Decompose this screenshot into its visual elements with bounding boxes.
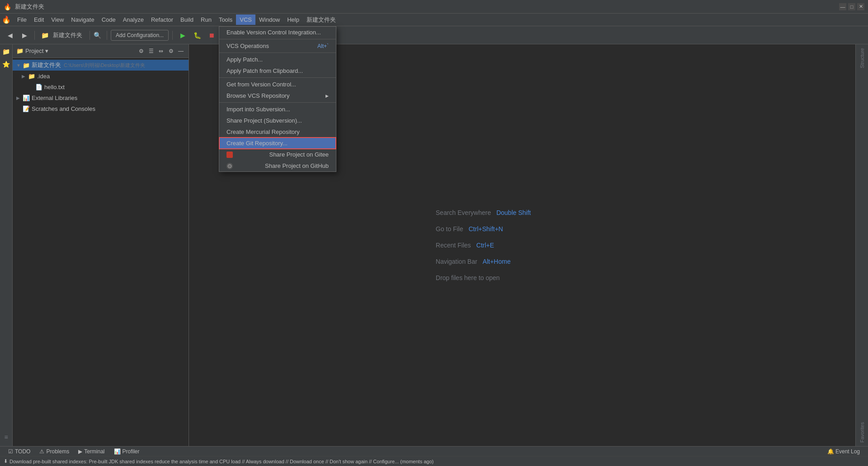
structure-panel-label[interactable]: Structure [859, 44, 865, 72]
menu-tools[interactable]: Tools [215, 14, 236, 25]
vcs-menu-browse-repository[interactable]: Browse VCS Repository [219, 90, 336, 101]
menu-vcs[interactable]: VCS [236, 14, 255, 25]
tab-terminal[interactable]: ▶ Terminal [74, 447, 109, 456]
bottom-bar: ☑ TODO ⚠ Problems ▶ Terminal 📊 Profiler … [0, 446, 868, 456]
event-log[interactable]: 🔔 Event Log [823, 447, 864, 456]
tab-problems[interactable]: ⚠ Problems [35, 447, 74, 456]
hint-search-text: Search Everywhere [436, 209, 491, 216]
vcs-sep-4 [219, 102, 336, 103]
tab-todo[interactable]: ☑ TODO [4, 447, 35, 456]
menu-file[interactable]: File [14, 14, 30, 25]
main-layout: 📁 ⭐ ≡ 📁 Project ▾ ⚙ ☰ ⇔ ⚙ — ▼ 📁 [0, 44, 868, 446]
hint-goto-shortcut: Ctrl+Shift+N [468, 225, 503, 233]
menu-run[interactable]: Run [197, 14, 215, 25]
favorites-panel-label[interactable]: Favorites [859, 418, 865, 446]
vcs-menu-operations[interactable]: VCS Operations Alt+` [219, 40, 336, 52]
vcs-menu-apply-patch[interactable]: Apply Patch... [219, 54, 336, 65]
maximize-button[interactable]: □ [848, 3, 855, 10]
tab-profiler[interactable]: 📊 Profiler [109, 447, 144, 456]
tree-item-idea[interactable]: ▶ 📁 .idea [13, 71, 189, 81]
create-mercurial-label: Create Mercurial Repository [226, 128, 300, 135]
todo-icon: ☑ [8, 448, 13, 455]
toolbar-sep-1 [34, 31, 35, 40]
toolbar-nav-back[interactable]: ◀ [4, 29, 16, 42]
todo-label: TODO [15, 448, 30, 455]
menu-code[interactable]: Code [98, 14, 119, 25]
hello-file-icon: 📄 [35, 84, 42, 90]
title-bar-left: 🔥 新建文件夹 [4, 3, 44, 11]
menu-build[interactable]: Build [177, 14, 197, 25]
tree-item-hello[interactable]: ▶ 📄 hello.txt [13, 81, 189, 92]
apply-patch-label: Apply Patch... [226, 56, 263, 63]
menu-project-name[interactable]: 新建文件夹 [303, 14, 340, 26]
close-button[interactable]: ✕ [857, 3, 864, 10]
sidebar-header: 📁 Project ▾ ⚙ ☰ ⇔ ⚙ — [13, 44, 189, 58]
hint-navbar-text: Navigation Bar [436, 258, 477, 265]
debug-button[interactable]: 🐛 [191, 29, 203, 42]
toolbar-sep-4 [172, 31, 173, 40]
vcs-menu-share-subversion[interactable]: Share Project (Subversion)... [219, 115, 336, 126]
menu-refactor[interactable]: Refactor [147, 14, 177, 25]
title-bar-title: 新建文件夹 [15, 3, 44, 11]
add-configuration-button[interactable]: Add Configuration... [111, 30, 169, 41]
menu-analyze[interactable]: Analyze [119, 14, 147, 25]
menu-window[interactable]: Window [255, 14, 283, 25]
minimize-button[interactable]: — [839, 3, 846, 10]
tree-item-ext-libs-name: External Libraries [32, 95, 77, 101]
menu-edit[interactable]: Edit [30, 14, 47, 25]
tree-item-hello-name: hello.txt [44, 84, 65, 90]
menu-navigate[interactable]: Navigate [67, 14, 98, 25]
tree-item-root[interactable]: ▼ 📁 新建文件夹 C:\Users\刘明福\Desktop\新建文件夹 [13, 60, 189, 71]
activity-project[interactable]: 📁 [1, 46, 12, 57]
vcs-menu-share-gitee[interactable]: Share Project on Gitee [219, 149, 336, 160]
activity-structure[interactable]: ≡ [1, 432, 12, 442]
hint-navbar: Navigation Bar Alt+Home [436, 258, 511, 265]
toolbar-project-label: 新建文件夹 [53, 31, 82, 39]
sidebar-action-gear[interactable]: ⚙ [167, 47, 175, 55]
right-panel: Structure Favorites [855, 44, 868, 446]
activity-bar: 📁 ⭐ ≡ [0, 44, 13, 446]
toolbar-project-icon[interactable]: 📁 [38, 29, 51, 42]
hint-recent: Recent Files Ctrl+E [436, 242, 494, 249]
vcs-sep-1 [219, 39, 336, 39]
vcs-menu-share-github[interactable]: ⊙ Share Project on GitHub [219, 160, 336, 171]
share-gitee-label: Share Project on Gitee [269, 151, 329, 158]
toolbar-sep-3 [107, 31, 107, 40]
vcs-menu-apply-patch-clipboard[interactable]: Apply Patch from Clipboard... [219, 65, 336, 76]
vcs-menu-import-subversion[interactable]: Import into Subversion... [219, 104, 336, 115]
toolbar: ◀ ▶ 📁 新建文件夹 🔍 Add Configuration... ▶ 🐛 ⏹… [0, 26, 868, 44]
tree-item-root-name: 新建文件夹 [32, 61, 61, 69]
vcs-menu-create-mercurial[interactable]: Create Mercurial Repository [219, 126, 336, 138]
hint-navbar-shortcut: Alt+Home [483, 258, 511, 265]
vcs-menu-enable-vcs[interactable]: Enable Version Control Integration... [219, 27, 336, 38]
menu-help[interactable]: Help [283, 14, 303, 25]
app-logo: 🔥 [4, 3, 11, 10]
problems-label: Problems [46, 448, 69, 455]
stop-button[interactable]: ⏹ [205, 29, 218, 42]
apply-patch-clipboard-label: Apply Patch from Clipboard... [226, 67, 303, 74]
tree-item-root-path: C:\Users\刘明福\Desktop\新建文件夹 [64, 62, 145, 69]
vcs-operations-label: VCS Operations [226, 43, 269, 49]
tree-item-scratches[interactable]: ▶ 📝 Scratches and Consoles [13, 103, 189, 114]
event-log-label: Event Log [835, 448, 860, 455]
activity-favorites[interactable]: ⭐ [1, 59, 12, 70]
search-icon: 🔍 [94, 32, 101, 39]
sidebar-action-collapse[interactable]: ☰ [147, 47, 155, 55]
run-button[interactable]: ▶ [176, 29, 189, 42]
tree-item-scratches-name: Scratches and Consoles [32, 105, 95, 112]
info-bar-message: Download pre-built shared indexes: Pre-b… [9, 459, 434, 464]
toolbar-nav-forward[interactable]: ▶ [18, 29, 31, 42]
vcs-menu-create-git[interactable]: Create Git Repository... [219, 138, 336, 149]
sidebar-action-equalize[interactable]: ⇔ [157, 47, 165, 55]
browse-repository-label: Browse VCS Repository [226, 92, 289, 99]
project-icon: 📁 [16, 48, 24, 54]
hint-search: Search Everywhere Double Shift [436, 209, 531, 216]
tree-item-external-libs[interactable]: ▶ 📊 External Libraries [13, 92, 189, 103]
menu-view[interactable]: View [47, 14, 67, 25]
problems-icon: ⚠ [39, 448, 44, 455]
hint-goto-text: Go to File [436, 225, 463, 233]
enable-vcs-label: Enable Version Control Integration... [226, 29, 321, 36]
sidebar-action-settings[interactable]: ⚙ [137, 47, 145, 55]
sidebar-action-minimize[interactable]: — [177, 47, 185, 55]
vcs-menu-get-from-vcs[interactable]: Get from Version Control... [219, 79, 336, 90]
